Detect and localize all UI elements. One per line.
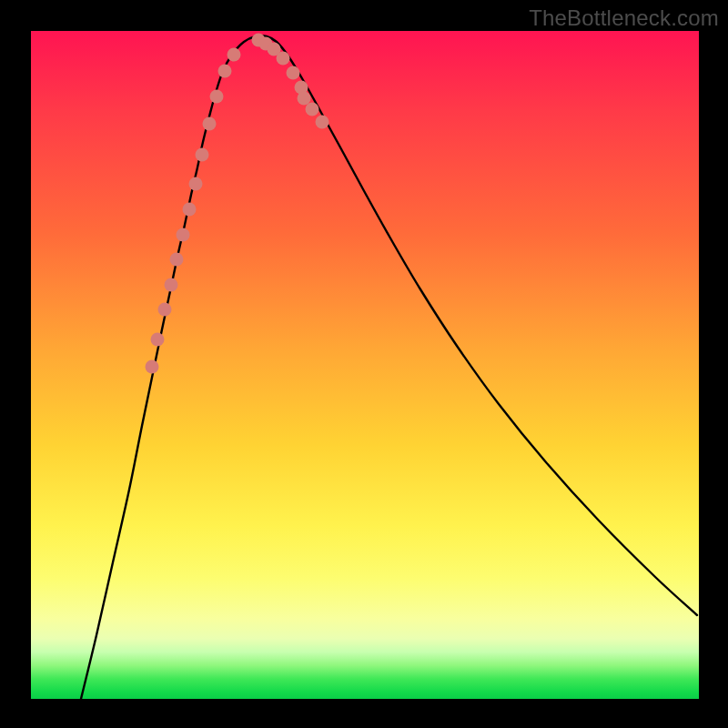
- watermark-text: TheBottleneck.com: [529, 5, 719, 31]
- marker-point: [183, 203, 197, 217]
- marker-point: [306, 103, 319, 116]
- marker-point: [158, 303, 172, 317]
- plot-area: [31, 31, 699, 699]
- marker-point: [203, 117, 217, 131]
- marker-point: [177, 228, 190, 242]
- marker-point: [165, 278, 178, 292]
- marker-point: [298, 92, 311, 106]
- marker-point: [316, 116, 329, 129]
- marker-point: [151, 333, 165, 347]
- bottleneck-curve-svg: [31, 31, 699, 699]
- chart-frame: TheBottleneck.com: [0, 0, 728, 728]
- marker-point: [146, 360, 159, 374]
- marker-point: [287, 66, 300, 80]
- marker-point: [196, 148, 209, 162]
- marker-point: [277, 52, 290, 66]
- marker-point: [189, 177, 203, 191]
- marker-point: [228, 48, 241, 62]
- marker-point: [210, 90, 224, 104]
- marker-point: [218, 65, 232, 78]
- marker-point: [170, 253, 184, 267]
- marker-group: [146, 34, 329, 374]
- bottleneck-curve: [81, 35, 697, 699]
